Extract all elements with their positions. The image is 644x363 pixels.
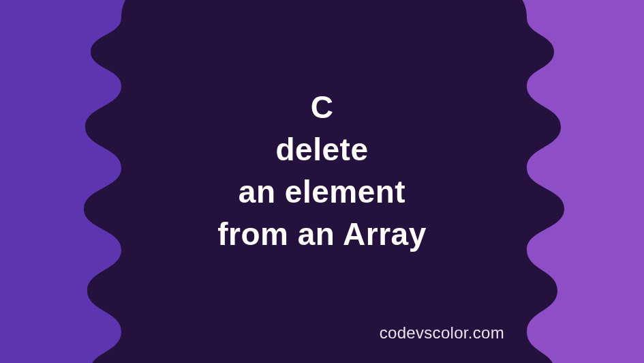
title-line-2: delete [276,132,369,167]
title-line-1: C [311,89,334,125]
watermark-text: codevscolor.com [380,323,504,343]
title-line-4: from an Array [217,216,426,252]
main-title: C delete an element from an Array [217,86,426,255]
title-line-3: an element [239,174,405,209]
